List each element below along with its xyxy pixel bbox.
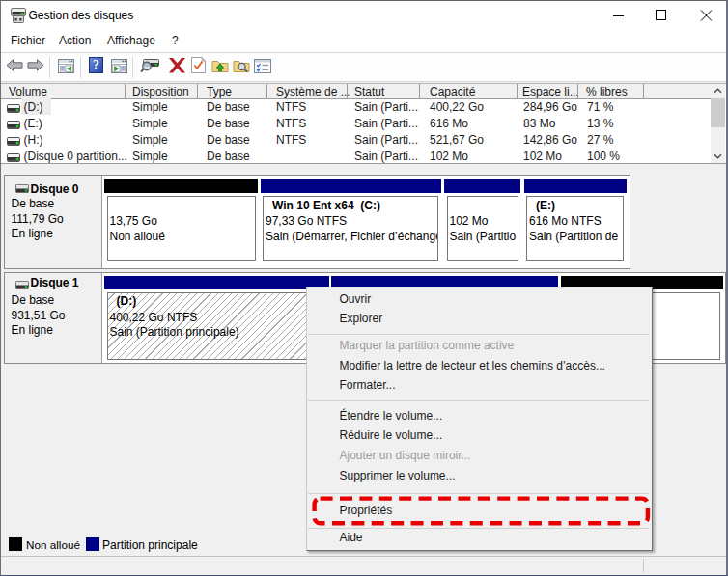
svg-text:?: ?	[93, 58, 99, 72]
